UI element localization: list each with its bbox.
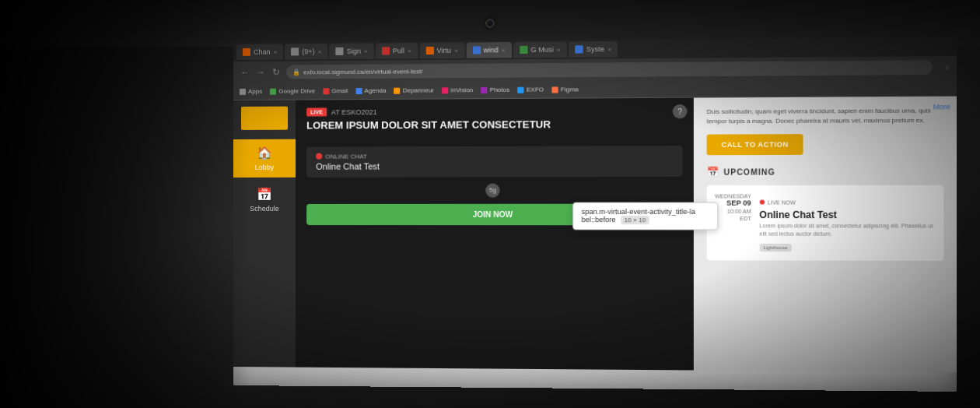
tab-favicon — [425, 47, 433, 55]
page-content: 🏠 Lobby 📅 Schedule ? LIVE AT ESKO2021 — [233, 97, 957, 372]
drive-favicon — [270, 88, 276, 94]
agenda-favicon — [355, 87, 362, 93]
tab-chan[interactable]: Chan × — [236, 44, 283, 60]
more-button[interactable]: More — [933, 103, 950, 111]
tab-favicon — [472, 46, 480, 54]
chat-title: Online Chat Test — [316, 160, 673, 171]
chat-label: ONLINE CHAT — [325, 153, 367, 160]
tab-close-icon[interactable]: × — [502, 47, 506, 54]
bookmark-gmail[interactable]: Gmail — [323, 87, 348, 94]
event-day-name: WEDNESDAY — [715, 193, 751, 199]
figma-favicon — [551, 86, 558, 93]
tab-favicon — [291, 47, 299, 55]
tab-close-icon[interactable]: × — [408, 47, 411, 55]
sidebar-item-lobby[interactable]: 🏠 Lobby — [233, 139, 296, 178]
tooltip-overlay: span.m-virtual-event-activity_title-la b… — [572, 202, 718, 230]
inv-favicon — [442, 87, 448, 93]
tab-favicon — [382, 47, 390, 55]
address-input[interactable]: 🔒 exfo.local.sigmund.ca/en/virtual-event… — [286, 60, 933, 79]
tab-close-icon[interactable]: × — [364, 47, 368, 55]
notification-badge: 5g — [485, 183, 499, 197]
schedule-icon: 📅 — [257, 187, 272, 202]
online-indicator — [316, 153, 322, 160]
calendar-icon: 📅 — [707, 167, 719, 178]
back-button[interactable]: ← — [240, 67, 250, 78]
event-timezone: EDT — [715, 216, 751, 221]
tab-close-icon[interactable]: × — [454, 47, 458, 54]
tab-music[interactable]: G Musi × — [513, 41, 567, 58]
tab-favicon — [575, 45, 583, 53]
bookmark-photos[interactable]: Photos — [481, 86, 509, 93]
bookmark-star[interactable]: ☆ — [944, 64, 950, 71]
upcoming-title: UPCOMING — [724, 167, 775, 176]
tab-favicon — [243, 48, 250, 56]
photos-favicon — [481, 86, 487, 93]
help-button[interactable]: ? — [673, 104, 688, 118]
tab-virtu[interactable]: Virtu × — [419, 42, 464, 58]
tab-close-icon[interactable]: × — [273, 48, 277, 55]
tooltip-badge: 10 × 10 — [621, 216, 649, 224]
bookmark-agenda[interactable]: Agenda — [355, 87, 386, 94]
sidebar-item-schedule[interactable]: 📅 Schedule — [233, 181, 296, 219]
tab-wind[interactable]: wind × — [466, 42, 512, 58]
activity-subtitle: AT ESKO2021 — [331, 108, 377, 116]
forward-button[interactable]: → — [255, 67, 266, 78]
bookmark-exfo[interactable]: EXFO — [517, 86, 544, 93]
screen: Chan × (9+) × Sign × Pull × — [233, 37, 957, 392]
bookmark-apps[interactable]: Apps — [240, 88, 262, 95]
right-panel: More Duis sollicitudin, quam eget viverr… — [694, 97, 957, 372]
tab-favicon — [520, 46, 527, 54]
home-icon: 🏠 — [257, 146, 272, 160]
webcam — [485, 19, 495, 28]
live-dot — [759, 200, 764, 205]
event-time: 10:00 AM — [715, 209, 751, 214]
lock-icon: 🔒 — [292, 69, 300, 76]
live-now-badge: LIVE NOW — [759, 199, 796, 205]
event-month-day: SEP 09 — [715, 199, 751, 207]
apps-favicon — [240, 88, 246, 94]
live-badge: LIVE — [306, 107, 327, 116]
sidebar-logo — [241, 107, 288, 130]
event-date-column: WEDNESDAY SEP 09 10:00 AM EDT — [715, 193, 751, 251]
tab-close-icon[interactable]: × — [318, 48, 322, 55]
upcoming-event-card: WEDNESDAY SEP 09 10:00 AM EDT LIVE NOW O… — [707, 185, 944, 261]
activity-title: LOREM IPSUM DOLOR SIT AMET CONSECTETUR — [306, 118, 682, 132]
event-tag: Lighthouse — [759, 244, 791, 251]
tab-notif[interactable]: (9+) × — [285, 44, 327, 60]
panel-description: Duis sollicitudin, quam eget viverra tin… — [707, 106, 944, 126]
cta-button[interactable]: CALL TO ACTION — [707, 134, 803, 155]
bookmark-drive[interactable]: Google Drive — [270, 87, 315, 94]
tab-sign[interactable]: Sign × — [329, 43, 373, 59]
browser-chrome: Chan × (9+) × Sign × Pull × — [233, 37, 957, 100]
event-description: Lorem ipsum dolor sit amet, consectetur … — [759, 222, 935, 237]
left-vignette — [0, 0, 249, 408]
tab-close-icon[interactable]: × — [607, 45, 611, 52]
monitor-frame: Chan × (9+) × Sign × Pull × — [0, 0, 980, 408]
tab-close-icon[interactable]: × — [557, 46, 561, 53]
tooltip-text: span.m-virtual-event-activity_title-la b… — [582, 208, 709, 224]
event-details: LIVE NOW Online Chat Test Lorem ipsum do… — [759, 193, 935, 252]
gmail-favicon — [323, 88, 329, 94]
event-title: Online Chat Test — [759, 209, 935, 220]
chat-card: ONLINE CHAT Online Chat Test — [306, 146, 682, 178]
tab-favicon — [335, 47, 343, 55]
sidebar: 🏠 Lobby 📅 Schedule — [233, 100, 296, 368]
refresh-button[interactable]: ↻ — [271, 67, 282, 78]
tab-system[interactable]: Syste × — [569, 41, 618, 58]
tab-pull[interactable]: Pull × — [376, 43, 418, 59]
activity-card: LIVE AT ESKO2021 LOREM IPSUM DOLOR SIT A… — [296, 98, 694, 141]
exfo-favicon — [517, 86, 523, 93]
activities-section: ? LIVE AT ESKO2021 LOREM IPSUM DOLOR SIT… — [296, 98, 694, 371]
bookmark-figma[interactable]: Figma — [551, 86, 578, 93]
bookmark-dep[interactable]: Depanneur — [394, 86, 434, 93]
dep-favicon — [394, 87, 401, 93]
bookmark-invision[interactable]: InVision — [442, 86, 473, 93]
upcoming-section-header: 📅 UPCOMING — [707, 166, 944, 178]
